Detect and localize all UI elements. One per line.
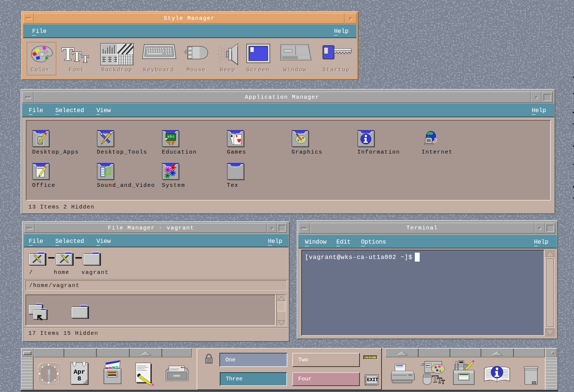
svg-text:T: T — [441, 379, 445, 385]
svg-text:abc: abc — [167, 135, 175, 139]
svg-text:T: T — [82, 53, 89, 64]
svg-text:T: T — [72, 49, 81, 64]
